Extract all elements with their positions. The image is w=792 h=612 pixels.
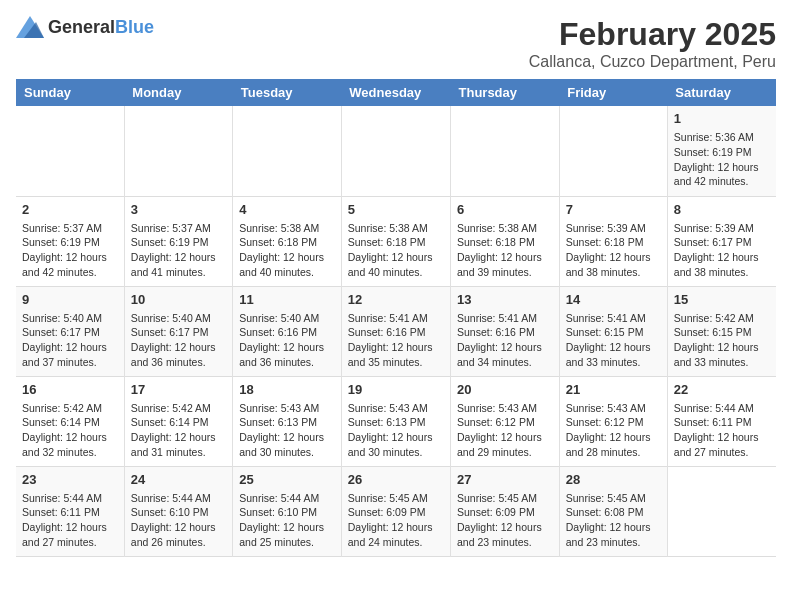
day-number: 4 [239,201,335,219]
day-content-line: Daylight: 12 hours and 33 minutes. [674,341,759,368]
day-content-line: Daylight: 12 hours and 42 minutes. [22,251,107,278]
calendar-cell [667,466,776,556]
day-number: 7 [566,201,661,219]
day-content-line: Daylight: 12 hours and 40 minutes. [239,251,324,278]
day-content-line: Sunset: 6:18 PM [566,236,644,248]
calendar-cell: 1Sunrise: 5:36 AMSunset: 6:19 PMDaylight… [667,106,776,196]
day-number: 23 [22,471,118,489]
calendar-cell: 27Sunrise: 5:45 AMSunset: 6:09 PMDayligh… [451,466,560,556]
calendar-cell [559,106,667,196]
day-content-line: Sunrise: 5:38 AM [348,222,428,234]
day-number: 18 [239,381,335,399]
calendar-cell: 11Sunrise: 5:40 AMSunset: 6:16 PMDayligh… [233,286,342,376]
day-content-line: Sunset: 6:19 PM [22,236,100,248]
calendar-cell [451,106,560,196]
day-content-line: Sunset: 6:14 PM [131,416,209,428]
day-of-week-header: Saturday [667,79,776,106]
calendar-cell: 19Sunrise: 5:43 AMSunset: 6:13 PMDayligh… [341,376,450,466]
day-content-line: Daylight: 12 hours and 28 minutes. [566,431,651,458]
day-content-line: Daylight: 12 hours and 27 minutes. [22,521,107,548]
day-content-line: Sunset: 6:16 PM [239,326,317,338]
calendar-cell: 13Sunrise: 5:41 AMSunset: 6:16 PMDayligh… [451,286,560,376]
day-content-line: Sunrise: 5:44 AM [674,402,754,414]
day-number: 2 [22,201,118,219]
day-content-line: Daylight: 12 hours and 40 minutes. [348,251,433,278]
day-number: 3 [131,201,226,219]
day-content-line: Sunset: 6:09 PM [348,506,426,518]
calendar-cell [16,106,124,196]
day-content-line: Sunrise: 5:36 AM [674,131,754,143]
day-content-line: Sunset: 6:13 PM [348,416,426,428]
day-content-line: Sunset: 6:17 PM [131,326,209,338]
day-number: 14 [566,291,661,309]
day-content-line: Sunrise: 5:43 AM [348,402,428,414]
day-number: 24 [131,471,226,489]
day-content-line: Daylight: 12 hours and 23 minutes. [566,521,651,548]
day-number: 11 [239,291,335,309]
day-content-line: Sunrise: 5:37 AM [131,222,211,234]
calendar-week-row: 9Sunrise: 5:40 AMSunset: 6:17 PMDaylight… [16,286,776,376]
day-number: 13 [457,291,553,309]
day-content-line: Sunset: 6:09 PM [457,506,535,518]
calendar-cell: 22Sunrise: 5:44 AMSunset: 6:11 PMDayligh… [667,376,776,466]
day-content-line: Daylight: 12 hours and 36 minutes. [131,341,216,368]
calendar-week-row: 1Sunrise: 5:36 AMSunset: 6:19 PMDaylight… [16,106,776,196]
calendar-week-row: 23Sunrise: 5:44 AMSunset: 6:11 PMDayligh… [16,466,776,556]
day-content-line: Sunrise: 5:44 AM [131,492,211,504]
day-of-week-header: Sunday [16,79,124,106]
day-number: 17 [131,381,226,399]
day-content-line: Sunrise: 5:44 AM [22,492,102,504]
page-title: February 2025 [529,16,776,53]
day-content-line: Sunset: 6:16 PM [457,326,535,338]
day-content-line: Sunset: 6:08 PM [566,506,644,518]
day-content-line: Sunrise: 5:43 AM [239,402,319,414]
day-content-line: Sunrise: 5:41 AM [566,312,646,324]
day-content-line: Sunrise: 5:41 AM [457,312,537,324]
day-content-line: Daylight: 12 hours and 38 minutes. [674,251,759,278]
day-of-week-header: Tuesday [233,79,342,106]
day-number: 10 [131,291,226,309]
day-content-line: Sunrise: 5:45 AM [457,492,537,504]
day-number: 5 [348,201,444,219]
day-content-line: Sunrise: 5:45 AM [566,492,646,504]
calendar-cell: 20Sunrise: 5:43 AMSunset: 6:12 PMDayligh… [451,376,560,466]
day-content-line: Sunset: 6:18 PM [457,236,535,248]
day-content-line: Sunrise: 5:43 AM [457,402,537,414]
day-content-line: Daylight: 12 hours and 39 minutes. [457,251,542,278]
day-number: 9 [22,291,118,309]
day-content-line: Sunrise: 5:42 AM [674,312,754,324]
day-content-line: Daylight: 12 hours and 34 minutes. [457,341,542,368]
day-content-line: Sunset: 6:18 PM [239,236,317,248]
day-content-line: Sunrise: 5:45 AM [348,492,428,504]
day-number: 8 [674,201,770,219]
page-subtitle: Callanca, Cuzco Department, Peru [529,53,776,71]
day-content-line: Sunset: 6:19 PM [674,146,752,158]
day-content-line: Sunrise: 5:38 AM [457,222,537,234]
calendar-cell: 4Sunrise: 5:38 AMSunset: 6:18 PMDaylight… [233,196,342,286]
title-area: February 2025 Callanca, Cuzco Department… [529,16,776,71]
day-content-line: Daylight: 12 hours and 35 minutes. [348,341,433,368]
logo-icon [16,16,44,38]
day-content-line: Daylight: 12 hours and 38 minutes. [566,251,651,278]
day-content-line: Sunset: 6:13 PM [239,416,317,428]
day-content-line: Daylight: 12 hours and 32 minutes. [22,431,107,458]
day-number: 12 [348,291,444,309]
day-content-line: Daylight: 12 hours and 31 minutes. [131,431,216,458]
day-content-line: Sunrise: 5:37 AM [22,222,102,234]
day-content-line: Sunset: 6:15 PM [566,326,644,338]
day-content-line: Sunrise: 5:39 AM [674,222,754,234]
calendar-cell [341,106,450,196]
day-content-line: Sunrise: 5:44 AM [239,492,319,504]
day-number: 6 [457,201,553,219]
calendar-cell: 16Sunrise: 5:42 AMSunset: 6:14 PMDayligh… [16,376,124,466]
calendar-body: 1Sunrise: 5:36 AMSunset: 6:19 PMDaylight… [16,106,776,556]
calendar-cell: 23Sunrise: 5:44 AMSunset: 6:11 PMDayligh… [16,466,124,556]
day-number: 15 [674,291,770,309]
calendar-cell: 25Sunrise: 5:44 AMSunset: 6:10 PMDayligh… [233,466,342,556]
day-content-line: Sunrise: 5:42 AM [131,402,211,414]
day-content-line: Daylight: 12 hours and 36 minutes. [239,341,324,368]
logo-text-blue: Blue [115,17,154,37]
day-content-line: Sunrise: 5:40 AM [239,312,319,324]
day-content-line: Sunset: 6:12 PM [457,416,535,428]
day-of-week-header: Monday [124,79,232,106]
